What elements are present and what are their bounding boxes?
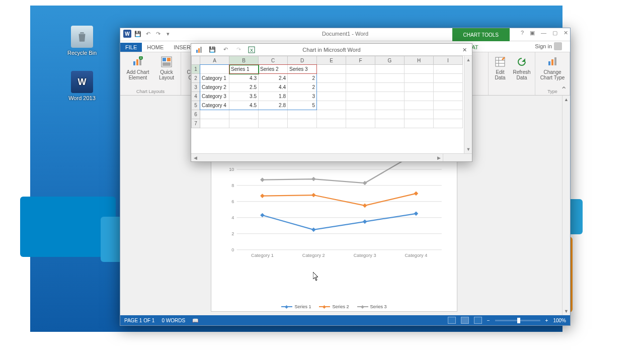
cell[interactable] bbox=[434, 92, 463, 101]
help-icon[interactable]: ? bbox=[521, 30, 524, 36]
status-page[interactable]: PAGE 1 OF 1 bbox=[124, 318, 154, 323]
cell[interactable] bbox=[346, 83, 375, 92]
cell[interactable] bbox=[375, 65, 405, 74]
cell[interactable] bbox=[434, 65, 463, 74]
cell[interactable] bbox=[200, 110, 229, 119]
col-header[interactable]: C bbox=[259, 56, 288, 65]
cell[interactable] bbox=[317, 101, 346, 110]
legend-series1[interactable]: .legend-item:nth-child(1) .lswatch::afte… bbox=[281, 304, 311, 309]
ds-vscroll[interactable]: ▲ ▼ bbox=[464, 56, 472, 153]
col-header[interactable]: A bbox=[200, 56, 229, 65]
cell[interactable] bbox=[434, 119, 463, 128]
row-header[interactable]: 3 bbox=[191, 83, 200, 92]
col-header[interactable]: I bbox=[434, 56, 463, 65]
cell[interactable] bbox=[288, 110, 317, 119]
add-chart-element-button[interactable]: + Add Chart Element bbox=[124, 55, 151, 80]
ds-scroll-left-icon[interactable]: ◀ bbox=[191, 154, 199, 162]
edit-data-button[interactable]: Edit Data bbox=[493, 55, 508, 80]
data-grid[interactable]: ABCDEFGHI1Series 1Series 2Series 32Categ… bbox=[191, 56, 472, 153]
col-header[interactable]: F bbox=[346, 56, 375, 65]
cell[interactable] bbox=[259, 110, 288, 119]
legend-series3[interactable]: .legend-item:nth-child(3) .lswatch::afte… bbox=[357, 304, 387, 309]
col-header[interactable]: G bbox=[375, 56, 405, 65]
minimize-icon[interactable]: — bbox=[541, 30, 546, 36]
vertical-scrollbar[interactable]: ▲ ▼ bbox=[562, 96, 570, 315]
zoom-in-icon[interactable]: + bbox=[545, 318, 548, 323]
scroll-up-icon[interactable]: ▲ bbox=[562, 96, 570, 104]
cell[interactable] bbox=[346, 65, 375, 74]
cell[interactable] bbox=[317, 92, 346, 101]
row-header[interactable]: 7 bbox=[191, 119, 200, 128]
zoom-level[interactable]: 100% bbox=[553, 318, 566, 323]
cell[interactable] bbox=[405, 83, 434, 92]
cell[interactable] bbox=[405, 101, 434, 110]
tab-file[interactable]: FILE bbox=[120, 43, 142, 52]
ds-scroll-right-icon[interactable]: ▶ bbox=[435, 154, 443, 162]
cell[interactable] bbox=[405, 92, 434, 101]
cell[interactable] bbox=[259, 119, 288, 128]
row-header[interactable]: 6 bbox=[191, 110, 200, 119]
cell[interactable] bbox=[200, 119, 229, 128]
cell[interactable] bbox=[317, 83, 346, 92]
print-layout-icon[interactable] bbox=[461, 317, 469, 324]
cell[interactable] bbox=[375, 119, 405, 128]
cell[interactable] bbox=[346, 74, 375, 83]
cell[interactable] bbox=[317, 65, 346, 74]
change-chart-type-button[interactable]: Change Chart Type bbox=[539, 55, 566, 80]
cell[interactable] bbox=[405, 119, 434, 128]
sign-in[interactable]: Sign in bbox=[530, 41, 567, 52]
quick-layout-button[interactable]: Quick Layout bbox=[156, 55, 177, 80]
cell[interactable] bbox=[405, 110, 434, 119]
cell[interactable] bbox=[288, 119, 317, 128]
tab-home[interactable]: HOME bbox=[142, 43, 169, 52]
col-header[interactable]: E bbox=[317, 56, 346, 65]
cell[interactable] bbox=[375, 74, 405, 83]
proofing-icon[interactable]: 📖 bbox=[192, 318, 198, 323]
refresh-data-button[interactable]: Refresh Data bbox=[513, 55, 531, 80]
cell[interactable] bbox=[434, 83, 463, 92]
ribbon-options-icon[interactable]: ▣ bbox=[530, 30, 535, 36]
cell[interactable] bbox=[375, 110, 405, 119]
word-shortcut[interactable]: W Word 2013 bbox=[64, 71, 100, 101]
collapse-ribbon-icon[interactable]: ⌃ bbox=[560, 86, 567, 93]
ds-close-icon[interactable]: ✕ bbox=[460, 45, 469, 54]
cell[interactable] bbox=[229, 119, 259, 128]
cell[interactable] bbox=[317, 74, 346, 83]
cell[interactable] bbox=[317, 110, 346, 119]
cell[interactable] bbox=[434, 101, 463, 110]
cell[interactable] bbox=[434, 110, 463, 119]
maximize-icon[interactable]: ▢ bbox=[552, 30, 557, 36]
cell[interactable] bbox=[317, 119, 346, 128]
col-header[interactable]: H bbox=[405, 56, 434, 65]
web-layout-icon[interactable] bbox=[474, 317, 482, 324]
row-header[interactable]: 2 bbox=[191, 74, 200, 83]
read-mode-icon[interactable] bbox=[448, 317, 456, 324]
zoom-out-icon[interactable]: − bbox=[487, 318, 490, 323]
cell[interactable] bbox=[229, 110, 259, 119]
cell[interactable] bbox=[346, 101, 375, 110]
cell[interactable] bbox=[346, 110, 375, 119]
cell[interactable] bbox=[346, 92, 375, 101]
cell[interactable] bbox=[434, 74, 463, 83]
ds-scroll-up-icon[interactable]: ▲ bbox=[464, 56, 472, 64]
cell[interactable] bbox=[375, 92, 405, 101]
row-header[interactable]: 1 bbox=[191, 65, 200, 74]
recycle-bin[interactable]: Recycle Bin bbox=[64, 26, 100, 56]
col-header[interactable]: D bbox=[288, 56, 317, 65]
legend-series2[interactable]: .legend-item:nth-child(2) .lswatch::afte… bbox=[319, 304, 349, 309]
cell[interactable] bbox=[346, 119, 375, 128]
cell[interactable] bbox=[375, 83, 405, 92]
scroll-down-icon[interactable]: ▼ bbox=[562, 307, 570, 315]
row-header[interactable]: 5 bbox=[191, 101, 200, 110]
zoom-slider[interactable] bbox=[495, 320, 540, 321]
close-icon[interactable]: ✕ bbox=[564, 30, 568, 36]
col-header[interactable]: B bbox=[229, 56, 259, 65]
cell[interactable] bbox=[375, 101, 405, 110]
cell[interactable] bbox=[405, 74, 434, 83]
cell[interactable] bbox=[405, 65, 434, 74]
row-header[interactable]: 4 bbox=[191, 92, 200, 101]
status-words[interactable]: 0 WORDS bbox=[162, 318, 185, 323]
chart-legend[interactable]: .legend-item:nth-child(1) .lswatch::afte… bbox=[211, 304, 457, 309]
ds-scroll-down-icon[interactable]: ▼ bbox=[464, 145, 472, 153]
ds-hscroll[interactable]: ◀ ▶ bbox=[191, 153, 472, 161]
